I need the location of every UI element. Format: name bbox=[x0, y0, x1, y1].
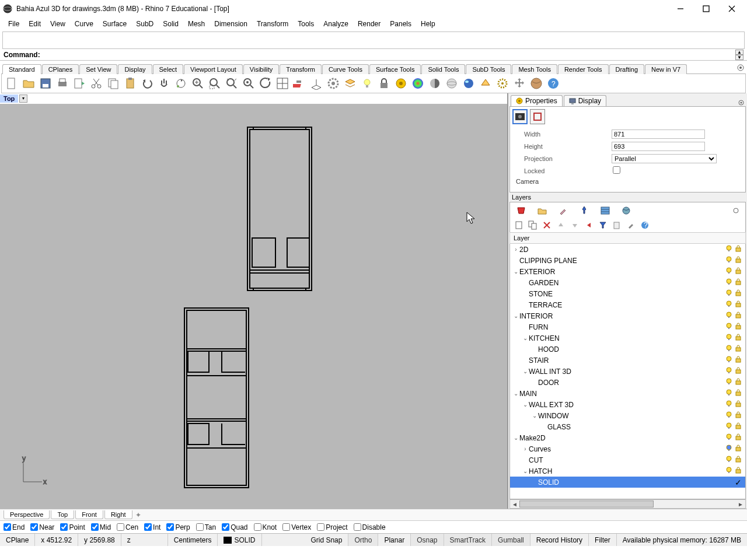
lock-icon[interactable] bbox=[735, 267, 743, 276]
layer-row-interior[interactable]: ⌄INTERIOR bbox=[510, 310, 745, 321]
menu-render[interactable]: Render bbox=[353, 19, 385, 29]
lock-icon[interactable] bbox=[735, 444, 743, 453]
osnap-disable-checkbox[interactable] bbox=[354, 523, 361, 531]
osnap-int[interactable]: Int bbox=[144, 523, 160, 531]
expand-icon[interactable]: ⌄ bbox=[522, 401, 529, 408]
add-viewport-icon[interactable]: ✦ bbox=[134, 511, 143, 519]
status-units[interactable]: Centimeters bbox=[168, 534, 218, 546]
layer-row-furn[interactable]: FURN bbox=[510, 321, 745, 332]
expand-icon[interactable]: ⌄ bbox=[531, 412, 538, 419]
new-sublayer-icon[interactable] bbox=[528, 220, 538, 230]
toolbar-tab-select[interactable]: Select bbox=[153, 64, 184, 74]
height-input[interactable] bbox=[612, 142, 705, 151]
toolbar-tab-drafting[interactable]: Drafting bbox=[609, 64, 645, 74]
lock-icon[interactable] bbox=[735, 300, 743, 309]
osnap-perp[interactable]: Perp bbox=[166, 523, 190, 531]
layer-tools-icon[interactable] bbox=[626, 220, 636, 230]
command-spinner[interactable]: ▲▼ bbox=[735, 50, 743, 60]
osnap-vertex[interactable]: Vertex bbox=[282, 523, 311, 531]
status-layer[interactable]: SOLID bbox=[218, 534, 261, 546]
toolbar-tab-display[interactable]: Display bbox=[118, 64, 152, 74]
visibility-bulb-icon[interactable] bbox=[725, 356, 734, 365]
environment-icon[interactable] bbox=[529, 76, 544, 91]
lock-icon[interactable] bbox=[735, 345, 743, 354]
visibility-bulb-icon[interactable] bbox=[725, 278, 734, 287]
delete-layer-icon[interactable] bbox=[542, 220, 552, 230]
status-gridsnap[interactable]: Grid Snap bbox=[305, 534, 348, 546]
lock-icon[interactable] bbox=[735, 278, 743, 287]
layer-row-hatch[interactable]: ⌄HATCH bbox=[510, 466, 745, 477]
command-history[interactable] bbox=[2, 32, 745, 49]
lock-icon[interactable] bbox=[735, 378, 743, 387]
osnap-quad[interactable]: Quad bbox=[222, 523, 247, 531]
osnap-vertex-checkbox[interactable] bbox=[282, 523, 290, 531]
viewport-tab-front[interactable]: Front bbox=[75, 510, 103, 519]
menu-view[interactable]: View bbox=[46, 19, 70, 29]
osnap-project-checkbox[interactable] bbox=[317, 523, 324, 531]
osnap-int-checkbox[interactable] bbox=[144, 523, 152, 531]
osnap-perp-checkbox[interactable] bbox=[166, 523, 174, 531]
help-icon[interactable]: ? bbox=[546, 76, 561, 91]
new-layer-icon[interactable] bbox=[514, 220, 524, 230]
visibility-bulb-icon[interactable] bbox=[725, 367, 734, 376]
object-properties-icon[interactable] bbox=[393, 76, 409, 91]
layer-row-main[interactable]: ⌄MAIN bbox=[510, 388, 745, 399]
layer-row-wall-int-3d[interactable]: ⌄WALL INT 3D bbox=[510, 366, 745, 377]
menu-solid[interactable]: Solid bbox=[158, 19, 183, 29]
osnap-cen[interactable]: Cen bbox=[117, 523, 138, 531]
osnap-mid[interactable]: Mid bbox=[91, 523, 111, 531]
status-cplane[interactable]: CPlane bbox=[0, 534, 35, 546]
layer-row-2d[interactable]: ›2D bbox=[510, 244, 745, 255]
named-cplane-icon[interactable] bbox=[292, 76, 307, 91]
visibility-bulb-icon[interactable] bbox=[725, 411, 734, 420]
visibility-bulb-icon[interactable] bbox=[725, 245, 734, 254]
layer-row-solid[interactable]: SOLID✓ bbox=[510, 477, 745, 488]
layer-grid-icon[interactable] bbox=[600, 205, 610, 216]
filter-icon[interactable] bbox=[598, 220, 608, 230]
toolbar-tab-visibility[interactable]: Visibility bbox=[243, 64, 280, 74]
menu-transform[interactable]: Transform bbox=[252, 19, 293, 29]
render-icon[interactable] bbox=[410, 76, 425, 91]
open-file-icon[interactable] bbox=[21, 76, 36, 91]
layer-row-window[interactable]: ⌄WINDOW bbox=[510, 410, 745, 421]
expand-icon[interactable]: ⌄ bbox=[522, 335, 529, 341]
layer-row-cut[interactable]: CUT bbox=[510, 454, 745, 466]
layer-folder-icon[interactable] bbox=[537, 205, 547, 216]
undo-icon[interactable] bbox=[139, 76, 155, 91]
toolbar-tab-new-in-v7[interactable]: New in V7 bbox=[645, 64, 687, 74]
expand-icon[interactable]: ⌄ bbox=[512, 313, 519, 319]
lock-icon[interactable] bbox=[735, 356, 743, 365]
toolbar-tab-transform[interactable]: Transform bbox=[280, 64, 322, 74]
save-file-icon[interactable] bbox=[38, 76, 53, 91]
osnap-end-checkbox[interactable] bbox=[4, 523, 11, 531]
visibility-bulb-icon[interactable] bbox=[725, 334, 734, 342]
visibility-bulb-icon[interactable] bbox=[725, 378, 734, 387]
toolbar-tab-solid-tools[interactable]: Solid Tools bbox=[421, 64, 465, 74]
viewport-tab-perspective[interactable]: Perspective bbox=[4, 510, 50, 519]
osnap-quad-checkbox[interactable] bbox=[222, 523, 229, 531]
lock-icon[interactable] bbox=[735, 400, 743, 409]
light-icon[interactable] bbox=[359, 76, 375, 91]
layer-row-stair[interactable]: STAIR bbox=[510, 355, 745, 366]
move-up-icon[interactable] bbox=[556, 220, 566, 230]
panel-gear-icon[interactable] bbox=[738, 99, 745, 106]
expand-icon[interactable]: ⌄ bbox=[522, 368, 529, 374]
ghosted-icon[interactable] bbox=[444, 76, 459, 91]
layer-copy-icon[interactable] bbox=[612, 220, 622, 230]
move-icon[interactable] bbox=[512, 76, 527, 91]
expand-icon[interactable]: ⌄ bbox=[512, 435, 519, 441]
osnap-point[interactable]: Point bbox=[60, 523, 85, 531]
lock-icon[interactable] bbox=[735, 367, 743, 376]
set-cplane-icon[interactable] bbox=[309, 76, 324, 91]
osnap-tan-checkbox[interactable] bbox=[196, 523, 204, 531]
lock-icon[interactable] bbox=[735, 289, 743, 298]
viewport-menu-dropdown[interactable]: ▾ bbox=[19, 94, 27, 103]
layer-row-garden[interactable]: GARDEN bbox=[510, 277, 745, 288]
visibility-bulb-icon[interactable] bbox=[725, 444, 734, 453]
lock-icon[interactable] bbox=[735, 334, 743, 342]
viewport-tab-right[interactable]: Right bbox=[104, 510, 132, 519]
viewport-properties-icon[interactable] bbox=[512, 109, 528, 124]
minimize-button[interactable] bbox=[668, 1, 693, 17]
toolbar-tab-standard[interactable]: Standard bbox=[2, 64, 41, 74]
toolbar-tab-surface-tools[interactable]: Surface Tools bbox=[369, 64, 421, 74]
